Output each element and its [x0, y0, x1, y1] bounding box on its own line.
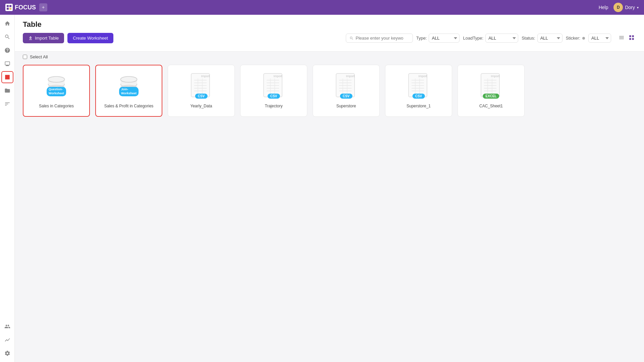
sticker-label: Sticker:	[566, 36, 580, 41]
items-grid: Question-Worksheet Sales in Categories	[23, 65, 636, 117]
table-card[interactable]: Import CSV	[313, 65, 380, 117]
import-file-icon: Import CSV	[334, 72, 358, 100]
card-icon-area: Import CSV	[186, 71, 216, 101]
svg-rect-3	[9, 8, 11, 10]
status-label: Status:	[522, 36, 535, 41]
import-table-button[interactable]: Import Table	[23, 33, 64, 43]
loadtype-filter: LoadType: ALL Full Incremental	[463, 34, 518, 43]
sidebar-item-help[interactable]	[1, 44, 13, 56]
table-card[interactable]: Join-Worksheet Sales & Profit in Categor…	[95, 65, 162, 117]
settings-icon	[4, 350, 10, 356]
select-all-row: Select All	[15, 52, 644, 62]
grid-content: Question-Worksheet Sales in Categories	[15, 62, 644, 362]
card-name: Superstore_1	[404, 104, 433, 108]
sticker-dot	[582, 37, 585, 40]
people-icon	[4, 323, 10, 329]
sticker-select[interactable]: ALL Red Yellow Green Blue	[588, 34, 611, 43]
sidebar-item-settings[interactable]	[1, 347, 13, 359]
analytics-icon	[4, 337, 10, 343]
logo-svg	[6, 5, 12, 10]
loadtype-select[interactable]: ALL Full Incremental	[485, 34, 518, 43]
sidebar-item-search[interactable]	[1, 31, 13, 43]
page-title: Table	[23, 20, 636, 29]
type-select[interactable]: ALL Import Worksheet	[429, 34, 460, 43]
list-view-button[interactable]	[617, 33, 626, 43]
import-icon	[28, 36, 33, 41]
search-icon-toolbar	[350, 36, 354, 41]
layout: Table Import Table Create Worksheet Type…	[0, 15, 644, 362]
page-header: Table Import Table Create Worksheet Type…	[15, 15, 644, 52]
create-worksheet-button[interactable]: Create Worksheet	[67, 33, 113, 43]
monitor-icon	[4, 61, 10, 67]
badge: CSV	[413, 94, 425, 99]
card-name: CAC_Sheet1	[477, 104, 505, 108]
select-all-label: Select All	[30, 54, 48, 59]
sidebar-item-people[interactable]	[1, 320, 13, 332]
sidebar-item-tasks[interactable]	[1, 98, 13, 110]
user-name: Dory	[625, 5, 635, 10]
card-icon-area: Join-Worksheet	[114, 71, 144, 101]
help-link[interactable]: Help	[599, 5, 608, 10]
type-label: Type:	[416, 36, 427, 41]
badge: Join-Worksheet	[119, 87, 139, 96]
db-icon: Question-Worksheet	[45, 73, 68, 98]
badge: CSV	[268, 94, 280, 99]
import-file-icon: Import CSV	[190, 72, 213, 100]
toolbar: Import Table Create Worksheet Type: ALL …	[23, 33, 636, 43]
loadtype-label: LoadType:	[463, 36, 483, 41]
import-file-icon: Import CSV	[262, 72, 285, 100]
svg-rect-2	[7, 8, 9, 10]
search-box	[346, 34, 413, 43]
tasks-icon	[4, 101, 10, 107]
navbar: FOCUS ＋ Help D Dory ▾	[0, 0, 644, 15]
import-label: Import Table	[35, 36, 59, 41]
search-input[interactable]	[356, 36, 409, 41]
status-select[interactable]: ALL Active Inactive	[537, 34, 562, 43]
user-chevron-icon: ▾	[637, 6, 639, 9]
import-file-icon: Import CSV	[407, 72, 430, 100]
card-name: Sales in Categories	[36, 104, 76, 108]
main-content: Table Import Table Create Worksheet Type…	[15, 15, 644, 362]
table-card[interactable]: Question-Worksheet Sales in Categories	[23, 65, 90, 117]
select-all-checkbox[interactable]	[23, 55, 27, 59]
svg-rect-1	[9, 5, 11, 7]
view-toggle	[617, 33, 636, 43]
table-card[interactable]: Import CSV	[240, 65, 307, 117]
sidebar	[0, 15, 15, 362]
sidebar-item-monitor[interactable]	[1, 58, 13, 70]
grid-view-button[interactable]	[627, 33, 636, 43]
card-icon-area: Import CSV	[404, 71, 434, 101]
type-filter: Type: ALL Import Worksheet	[416, 34, 460, 43]
sidebar-item-analytics[interactable]	[1, 334, 13, 346]
table-card[interactable]: Import CSV	[168, 65, 235, 117]
card-icon-area: Import CSV	[331, 71, 361, 101]
sidebar-item-folder[interactable]	[1, 85, 13, 97]
navbar-right: Help D Dory ▾	[599, 3, 639, 12]
home-icon	[4, 20, 10, 27]
card-name: Sales & Profit in Categories	[102, 104, 156, 108]
card-name: Trajectory	[262, 104, 285, 108]
app-logo: FOCUS	[5, 4, 36, 11]
navbar-left: FOCUS ＋	[5, 3, 47, 11]
folder-icon	[4, 88, 10, 94]
sidebar-item-table[interactable]	[1, 71, 13, 83]
avatar: D	[613, 3, 623, 12]
table-card[interactable]: Import EXCEL	[458, 65, 525, 117]
table-card[interactable]: Import CSV	[385, 65, 452, 117]
db-icon: Join-Worksheet	[117, 73, 141, 98]
sidebar-item-home[interactable]	[1, 17, 13, 30]
badge: EXCEL	[483, 94, 499, 99]
card-icon-area: Question-Worksheet	[41, 71, 71, 101]
add-tab-button[interactable]: ＋	[39, 3, 47, 11]
card-icon-area: Import EXCEL	[476, 71, 506, 101]
card-name: Superstore	[334, 104, 359, 108]
user-menu[interactable]: D Dory ▾	[613, 3, 639, 12]
table-icon	[4, 74, 10, 80]
svg-rect-0	[7, 5, 9, 7]
badge: Question-Worksheet	[47, 87, 66, 96]
badge: CSV	[340, 94, 353, 99]
logo-icon	[5, 4, 13, 11]
sticker-filter: Sticker: ALL Red Yellow Green Blue	[566, 34, 611, 43]
search-icon	[4, 34, 10, 40]
app-name: FOCUS	[15, 4, 36, 11]
